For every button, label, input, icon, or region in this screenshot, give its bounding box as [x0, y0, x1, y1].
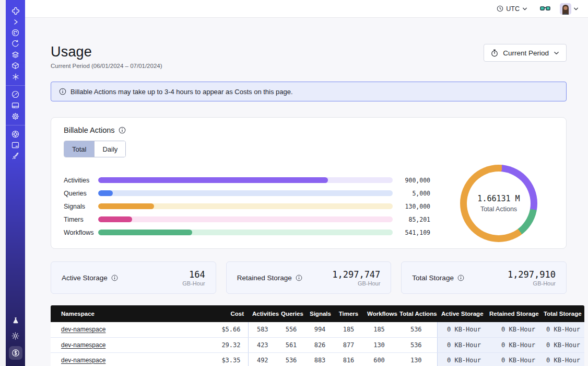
bar-label: Workflows: [64, 229, 98, 236]
settings-gear-icon[interactable]: [6, 111, 25, 122]
donut-chart-wrap: 1.66131 M Total Actions: [444, 165, 554, 242]
docs-terminal-icon[interactable]: [6, 140, 25, 151]
workflows-cell: 130: [363, 337, 395, 352]
support-lifebuoy-icon[interactable]: [6, 129, 25, 140]
avatar: [560, 3, 571, 15]
info-icon[interactable]: [457, 274, 464, 281]
info-icon[interactable]: [111, 274, 118, 281]
retained-storage-cell: 0 KB-Hour: [485, 352, 539, 366]
table-row: dev-namespace$3.354925368838166001300 KB…: [51, 352, 584, 366]
bar-label: Timers: [64, 216, 98, 223]
info-icon[interactable]: [296, 274, 302, 281]
bar-track: [98, 190, 393, 196]
sidebar-divider: [6, 125, 25, 125]
labs-flask-icon[interactable]: [9, 315, 22, 326]
total-actions-cell: 536: [395, 322, 437, 337]
billable-actions-title: Billable Actions: [64, 126, 115, 134]
main-content: Usage Current Period (06/01/2024 – 07/01…: [25, 18, 588, 366]
activities-cell: 423: [248, 337, 277, 352]
cost-cell: $5.66: [203, 322, 248, 337]
timezone-selector[interactable]: UTC: [497, 5, 527, 13]
total-actions-cell: 536: [395, 337, 437, 352]
retained-storage-card: Retained Storage 1,297,747 GB-Hour: [226, 261, 392, 294]
bar-fill: [98, 216, 132, 222]
page-header: Usage Current Period (06/01/2024 – 07/01…: [51, 44, 567, 69]
getting-started-rocket-icon[interactable]: [6, 151, 25, 162]
billable-actions-card: Billable Actions Total Daily Activities9…: [51, 117, 567, 249]
deployments-icon[interactable]: [6, 60, 25, 71]
billing-card-icon[interactable]: [6, 100, 25, 111]
bar-label: Activities: [64, 177, 98, 184]
bar-row: Activities900,000: [64, 177, 430, 183]
active-storage-cell: 0 KB-Hour: [437, 352, 485, 366]
active-storage-value: 164: [182, 269, 205, 280]
bar-label: Queries: [64, 190, 98, 197]
namespaces-icon[interactable]: [6, 27, 25, 38]
namespace-link[interactable]: dev-namespace: [61, 326, 105, 333]
pricing-dollar-button[interactable]: [9, 346, 22, 360]
active-storage-label: Active Storage: [62, 274, 108, 282]
info-icon: [59, 88, 66, 95]
table-header: Namespace Cost Activities Queries Signal…: [51, 305, 584, 322]
queries-cell: 556: [277, 322, 305, 337]
tab-daily[interactable]: Daily: [94, 141, 125, 157]
bar-label: Signals: [64, 203, 98, 210]
info-banner-text: Billable Actions may take up to 3-4 hour…: [70, 88, 293, 96]
feedback-glasses-icon[interactable]: [540, 5, 550, 12]
topbar: UTC: [25, 0, 588, 18]
stacks-icon[interactable]: [6, 49, 25, 60]
nexus-icon[interactable]: [6, 71, 25, 82]
chart-view-toggle: Total Daily: [64, 141, 126, 157]
namespace-link[interactable]: dev-namespace: [61, 341, 105, 349]
total-storage-label: Total Storage: [412, 274, 454, 282]
activities-cell: 492: [248, 352, 277, 366]
retained-storage-unit: GB-Hour: [332, 280, 380, 287]
theme-sun-icon[interactable]: [9, 330, 22, 341]
page-title: Usage: [51, 44, 162, 60]
bar-row: Queries5,000: [64, 190, 430, 196]
activities-cell: 583: [248, 322, 277, 337]
bar-chart: Activities900,000Queries5,000Signals130,…: [64, 177, 430, 235]
namespace-usage-table: Namespace Cost Activities Queries Signal…: [51, 305, 584, 366]
bar-row: Workflows541,109: [64, 230, 430, 235]
workflows-cell: 600: [363, 352, 395, 366]
bar-track: [98, 230, 393, 235]
total-storage-cell: 0 KB-Hour: [539, 322, 584, 337]
user-menu[interactable]: [560, 3, 579, 15]
total-storage-cell: 0 KB-Hour: [539, 337, 584, 352]
active-storage-card: Active Storage 164 GB-Hour: [51, 261, 216, 294]
bar-row: Signals130,000: [64, 203, 430, 209]
period-selector-label: Current Period: [503, 49, 549, 57]
bar-fill: [98, 177, 328, 183]
donut-subtitle: Total Actions: [480, 205, 517, 213]
retained-storage-value: 1,297,747: [332, 269, 380, 280]
temporal-logo-icon[interactable]: [6, 5, 25, 16]
total-actions-cell: 130: [395, 352, 437, 366]
stopwatch-icon: [491, 49, 498, 57]
retained-storage-cell: 0 KB-Hour: [485, 322, 539, 337]
expand-chevron-icon[interactable]: [6, 16, 25, 27]
chevron-down-icon: [522, 6, 527, 12]
timers-cell: 185: [334, 322, 363, 337]
cost-cell: 29.32: [203, 337, 248, 352]
retained-storage-cell: 0 KB-Hour: [485, 337, 539, 352]
info-banner: Billable Actions may take up to 3-4 hour…: [51, 82, 567, 101]
tab-total[interactable]: Total: [64, 141, 94, 157]
page-subtitle: Current Period (06/01/2024 – 07/01/2024): [51, 63, 162, 69]
active-storage-unit: GB-Hour: [182, 280, 205, 287]
workflows-cell: 185: [363, 322, 395, 337]
bar-fill: [98, 190, 113, 196]
bar-value: 130,000: [393, 203, 430, 210]
namespace-link[interactable]: dev-namespace: [61, 357, 105, 364]
table-body: dev-namespace$5.665835569941851855360 KB…: [51, 322, 584, 366]
schedules-icon[interactable]: [6, 38, 25, 49]
sidebar-divider: [6, 85, 25, 86]
bar-track: [98, 177, 393, 183]
bar-value: 85,201: [393, 216, 430, 223]
period-selector-button[interactable]: Current Period: [484, 44, 567, 62]
usage-gauge-icon[interactable]: [6, 89, 25, 100]
sidebar: [6, 0, 25, 366]
bar-value: 541,109: [393, 229, 430, 236]
info-icon[interactable]: [119, 127, 126, 134]
signals-cell: 883: [305, 352, 334, 366]
